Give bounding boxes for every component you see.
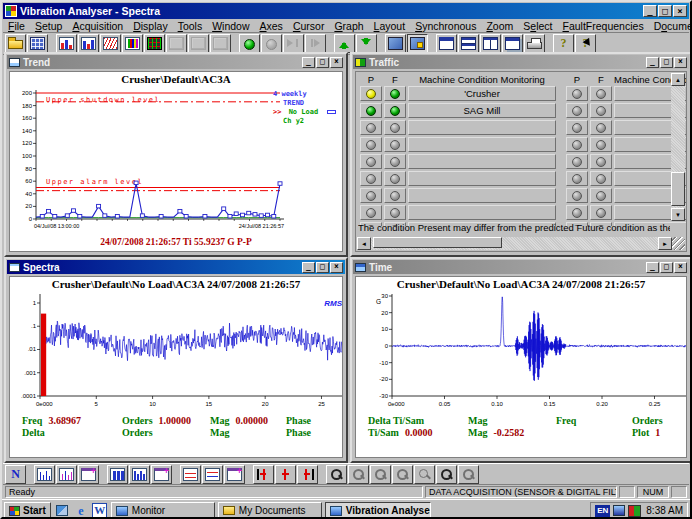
menu-faultfrequencies[interactable]: FaultFrequencies bbox=[558, 20, 649, 32]
machine-label[interactable] bbox=[408, 137, 556, 152]
nav-up-button[interactable] bbox=[334, 34, 355, 53]
step-last-button[interactable] bbox=[305, 34, 326, 53]
vscroll-thumb[interactable] bbox=[671, 172, 685, 206]
menu-cursor[interactable]: Cursor bbox=[288, 20, 330, 32]
menu-select[interactable]: Select bbox=[518, 20, 557, 32]
zoom-next-button[interactable] bbox=[370, 465, 391, 484]
menu-display[interactable]: Display bbox=[128, 20, 172, 32]
scroll-up-button[interactable]: ▲ bbox=[671, 73, 685, 86]
trend-titlebar[interactable]: Trend _ □ × bbox=[7, 55, 345, 69]
scroll-down-button[interactable]: ▼ bbox=[671, 208, 685, 221]
machine-label[interactable] bbox=[408, 154, 556, 169]
menu-axes[interactable]: Axes bbox=[255, 20, 288, 32]
zoom-in-button[interactable] bbox=[326, 465, 347, 484]
hscroll-track[interactable] bbox=[371, 237, 658, 250]
trend-close-button[interactable]: × bbox=[330, 57, 343, 68]
zoom-reset-button[interactable] bbox=[414, 465, 435, 484]
zoom-box-button[interactable] bbox=[436, 465, 457, 484]
menu-documentations[interactable]: Documentations bbox=[649, 20, 692, 32]
tile-vertical-button[interactable] bbox=[480, 34, 501, 53]
monitor-b-button[interactable] bbox=[407, 34, 428, 53]
menu-file[interactable]: File bbox=[3, 20, 30, 32]
quicklaunch-desktop-button[interactable] bbox=[54, 503, 70, 519]
time-minimize-button[interactable]: _ bbox=[646, 262, 659, 273]
cascade-button[interactable] bbox=[502, 34, 523, 53]
menu-zoom[interactable]: Zoom bbox=[481, 20, 518, 32]
machine-label[interactable]: 'Crusher bbox=[408, 86, 556, 101]
acquire-start-button[interactable] bbox=[239, 34, 260, 53]
help-button[interactable]: ? bbox=[553, 34, 574, 53]
traffic-vertical-scrollbar[interactable]: ▲ ▼ bbox=[671, 73, 685, 221]
spectrum-window-button[interactable] bbox=[78, 465, 99, 484]
spectra-chart-button[interactable] bbox=[78, 34, 99, 53]
machine-label[interactable] bbox=[408, 171, 556, 186]
start-button[interactable]: Start bbox=[4, 502, 51, 519]
open-button[interactable] bbox=[5, 34, 26, 53]
resize-grip[interactable] bbox=[672, 237, 685, 250]
menu-window[interactable]: Window bbox=[207, 20, 254, 32]
minimize-button[interactable]: _ bbox=[643, 5, 657, 17]
machine-label[interactable] bbox=[408, 188, 556, 203]
machine-label[interactable] bbox=[408, 205, 556, 220]
cursor-right-button[interactable] bbox=[297, 465, 318, 484]
menu-tools[interactable]: Tools bbox=[173, 20, 208, 32]
menu-graph[interactable]: Graph bbox=[329, 20, 368, 32]
single-spectrum-button[interactable] bbox=[34, 465, 55, 484]
waterfall-button[interactable] bbox=[56, 465, 77, 484]
vscroll-track[interactable] bbox=[671, 86, 685, 208]
zoom-undo-button[interactable] bbox=[458, 465, 479, 484]
machine-label[interactable]: SAG Mill bbox=[408, 103, 556, 118]
time-titlebar[interactable]: Time _ □ × bbox=[353, 260, 689, 274]
overlay-button[interactable] bbox=[180, 465, 201, 484]
context-help-button[interactable]: ? bbox=[575, 34, 596, 53]
window-new-button[interactable] bbox=[436, 34, 457, 53]
menu-synchronous[interactable]: Synchronous bbox=[410, 20, 481, 32]
zoom-prev-button[interactable] bbox=[348, 465, 369, 484]
language-indicator[interactable]: EN bbox=[595, 505, 610, 517]
acquire-stop-button[interactable] bbox=[261, 34, 282, 53]
task-monitor-button[interactable]: Monitor bbox=[111, 502, 215, 519]
menu-acquisition[interactable]: Acquisition bbox=[67, 20, 128, 32]
overlay-window-button[interactable] bbox=[224, 465, 245, 484]
spectra-minimize-button[interactable]: _ bbox=[302, 262, 315, 273]
time-restore-button[interactable]: □ bbox=[660, 262, 673, 273]
close-button[interactable]: × bbox=[673, 5, 687, 17]
normal-cursor-button[interactable]: N bbox=[5, 465, 26, 484]
tray-icon[interactable] bbox=[613, 505, 625, 516]
hscroll-thumb[interactable] bbox=[373, 237, 502, 248]
cursor-left-button[interactable] bbox=[253, 465, 274, 484]
trend-restore-button[interactable]: □ bbox=[316, 57, 329, 68]
layout-c-button[interactable] bbox=[210, 34, 231, 53]
layout-a-button[interactable] bbox=[166, 34, 187, 53]
traffic-horizontal-scrollbar[interactable]: ◄ ► bbox=[357, 237, 685, 250]
print-button[interactable] bbox=[524, 34, 545, 53]
menu-layout[interactable]: Layout bbox=[369, 20, 411, 32]
menu-setup[interactable]: Setup bbox=[30, 20, 67, 32]
bar-graph2-button[interactable] bbox=[129, 465, 150, 484]
nav-down-button[interactable] bbox=[356, 34, 377, 53]
scroll-left-button[interactable]: ◄ bbox=[357, 237, 371, 250]
traffic-minimize-button[interactable]: _ bbox=[646, 57, 659, 68]
matrix-chart-button[interactable] bbox=[144, 34, 165, 53]
step-forward-button[interactable] bbox=[283, 34, 304, 53]
spectra-restore-button[interactable]: □ bbox=[316, 262, 329, 273]
app-titlebar[interactable]: Vibration Analyser - Spectra _ □ × bbox=[3, 3, 689, 19]
cursor-center-button[interactable] bbox=[275, 465, 296, 484]
quicklaunch-ie-button[interactable]: e bbox=[73, 503, 89, 519]
zoom-out-button[interactable] bbox=[392, 465, 413, 484]
task-vibration-analyser-button[interactable]: Vibration Analyser - ... bbox=[325, 502, 431, 519]
bar-graph-button[interactable] bbox=[107, 465, 128, 484]
traffic-close-button[interactable]: × bbox=[674, 57, 687, 68]
tile-horizontal-button[interactable] bbox=[458, 34, 479, 53]
time-close-button[interactable]: × bbox=[674, 262, 687, 273]
workspace-button[interactable] bbox=[27, 34, 48, 53]
bars-window-button[interactable] bbox=[151, 465, 172, 484]
trend-minimize-button[interactable]: _ bbox=[302, 57, 315, 68]
traffic-titlebar[interactable]: Traffic _ □ × bbox=[353, 55, 689, 69]
layout-b-button[interactable] bbox=[188, 34, 209, 53]
waveform-chart-button[interactable] bbox=[100, 34, 121, 53]
task-my-documents-button[interactable]: My Documents bbox=[218, 502, 322, 519]
machine-label[interactable] bbox=[408, 120, 556, 135]
trend-chart-button[interactable] bbox=[56, 34, 77, 53]
overlay2-button[interactable] bbox=[202, 465, 223, 484]
